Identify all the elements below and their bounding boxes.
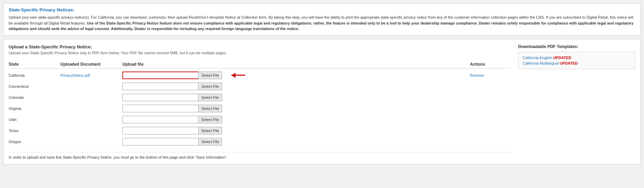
state-name-oregon: Oregon	[9, 140, 60, 144]
table-row: Utah Select File	[9, 114, 511, 125]
select-file-button-texas[interactable]: Select File	[198, 127, 222, 134]
upload-section-subtitle: Upload your State-Specific Privacy Notic…	[9, 51, 511, 55]
upload-table: State Uploaded Document Upload file Acti…	[9, 60, 511, 147]
updated-tag-english: UPDATED	[553, 56, 571, 60]
pdf-link-text-english: California English	[523, 56, 553, 60]
table-header-row: State Uploaded Document Upload file Acti…	[9, 60, 511, 68]
pdf-template-box: California English UPDATED California Mu…	[518, 52, 635, 69]
description-text-bold: Use of the State-Specific Privacy Notice…	[9, 21, 634, 31]
select-file-button-california[interactable]: Select File	[198, 72, 222, 79]
file-input-texas[interactable]	[122, 127, 198, 134]
file-upload-texas: Select File	[122, 127, 470, 134]
select-file-button-colorado[interactable]: Select File	[198, 94, 222, 101]
header-description: Upload your own state-specific privacy n…	[9, 15, 635, 32]
state-name-connecticut: Connecticut	[9, 84, 60, 88]
file-upload-virginia: Select File	[122, 105, 470, 112]
file-upload-oregon: Select File	[122, 138, 470, 145]
state-name-california: California	[9, 73, 60, 77]
select-file-button-virginia[interactable]: Select File	[198, 105, 222, 112]
file-upload-colorado: Select File	[122, 94, 470, 101]
file-input-oregon[interactable]	[122, 138, 198, 145]
file-upload-utah: Select File	[122, 116, 470, 123]
privacy-notice-link[interactable]: PrivacyNotice.pdf	[60, 73, 90, 77]
arrow-shaft	[231, 75, 245, 76]
select-file-button-utah[interactable]: Select File	[198, 116, 222, 123]
col-header-state: State	[9, 62, 60, 67]
pdf-link-text-multilingual: California Multilingual	[523, 61, 560, 65]
remove-link-california[interactable]: Remove	[470, 73, 484, 77]
action-cell-california: Remove	[470, 73, 511, 77]
file-upload-connecticut: Select File	[122, 83, 470, 90]
arrow-indicator	[231, 73, 245, 78]
main-section: Upload a State-Specific Privacy Notice: …	[3, 39, 641, 164]
pdf-link-california-english[interactable]: California English UPDATED	[523, 56, 631, 60]
file-upload-california: Select File	[122, 72, 470, 79]
downloadable-title: Downloadable PDF Templates:	[518, 44, 635, 49]
col-header-upload: Upload file	[122, 62, 470, 67]
state-name-virginia: Virginia	[9, 106, 60, 111]
upload-section-title: Upload a State-Specific Privacy Notice:	[9, 44, 511, 49]
col-header-document: Uploaded Document	[60, 62, 122, 67]
table-row: Virginia Select File	[9, 103, 511, 114]
file-input-utah[interactable]	[122, 116, 198, 123]
left-panel: Upload a State-Specific Privacy Notice: …	[9, 44, 511, 159]
right-panel: Downloadable PDF Templates: California E…	[518, 44, 635, 159]
table-row: Connecticut Select File	[9, 81, 511, 92]
select-file-button-oregon[interactable]: Select File	[198, 138, 222, 145]
state-name-colorado: Colorado	[9, 95, 60, 100]
select-file-button-connecticut[interactable]: Select File	[198, 83, 222, 90]
table-row: Oregon Select File	[9, 136, 511, 147]
doc-link-california[interactable]: PrivacyNotice.pdf	[60, 73, 122, 78]
file-input-california[interactable]	[122, 72, 198, 79]
footer-note: In order to upload and save this State-S…	[9, 152, 511, 159]
file-input-colorado[interactable]	[122, 94, 198, 101]
header-section: State-Specific Privacy Notices: Upload y…	[3, 3, 641, 36]
state-name-utah: Utah	[9, 118, 60, 122]
updated-tag-multilingual: UPDATED	[560, 61, 578, 65]
file-input-connecticut[interactable]	[122, 83, 198, 90]
table-row: California PrivacyNotice.pdf Select File	[9, 70, 511, 81]
col-header-actions: Actions	[470, 62, 511, 67]
page-title: State-Specific Privacy Notices:	[9, 7, 635, 12]
table-row: Texas Select File	[9, 125, 511, 136]
state-name-texas: Texas	[9, 129, 60, 133]
pdf-link-california-multilingual[interactable]: California Multilingual UPDATED	[523, 61, 631, 65]
file-input-virginia[interactable]	[122, 105, 198, 112]
table-row: Colorado Select File	[9, 92, 511, 103]
